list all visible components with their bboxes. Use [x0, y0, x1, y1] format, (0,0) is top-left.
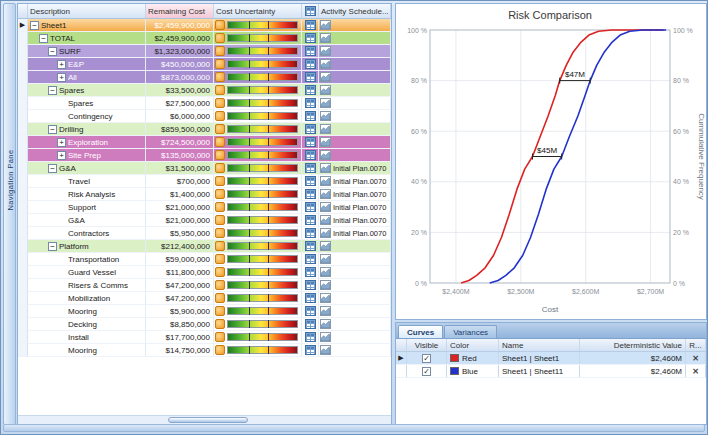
edit-distribution-icon[interactable] [215, 306, 225, 316]
table-row[interactable]: − Spares $33,500,000 [18, 84, 391, 97]
expander-icon[interactable]: − [39, 34, 48, 43]
column-header-name[interactable]: Name [499, 339, 580, 351]
column-header-grid-icon[interactable] [302, 4, 319, 18]
chart-icon[interactable] [320, 137, 331, 147]
table-row[interactable]: − TOTAL $2,459,900,000 [18, 32, 391, 45]
grid-icon[interactable] [305, 98, 316, 108]
uncertainty-gradient-bar[interactable] [227, 346, 298, 354]
edit-distribution-icon[interactable] [215, 124, 225, 134]
table-row[interactable]: − G&A $31,500,000 Initial Plan.0070 [18, 162, 391, 175]
navigation-pane[interactable]: Navigation Pane [3, 3, 16, 425]
uncertainty-gradient-bar[interactable] [227, 320, 298, 328]
table-row[interactable]: Spares $27,500,000 [18, 97, 391, 110]
grid-icon[interactable] [305, 280, 316, 290]
edit-distribution-icon[interactable] [215, 254, 225, 264]
table-row[interactable]: Guard Vessel $11,800,000 [18, 266, 391, 279]
chart-icon[interactable] [320, 20, 331, 30]
chart-icon[interactable] [320, 46, 331, 56]
edit-distribution-icon[interactable] [215, 176, 225, 186]
tab-variances[interactable]: Variances [444, 325, 497, 338]
grid-icon[interactable] [305, 228, 316, 238]
edit-distribution-icon[interactable] [215, 228, 225, 238]
grid-icon[interactable] [305, 319, 316, 329]
table-row[interactable]: Decking $8,850,000 [18, 318, 391, 331]
edit-distribution-icon[interactable] [215, 189, 225, 199]
uncertainty-gradient-bar[interactable] [227, 125, 298, 133]
chart-icon[interactable] [320, 254, 331, 264]
uncertainty-gradient-bar[interactable] [227, 177, 298, 185]
grid-icon[interactable] [305, 59, 316, 69]
remove-curve-button[interactable]: ✕ [692, 367, 699, 376]
table-row[interactable]: − SURF $1,323,000,000 [18, 45, 391, 58]
chart-icon[interactable] [320, 98, 331, 108]
grid-icon[interactable] [305, 254, 316, 264]
edit-distribution-icon[interactable] [215, 137, 225, 147]
edit-distribution-icon[interactable] [215, 163, 225, 173]
table-row[interactable]: Transportation $59,000,000 [18, 253, 391, 266]
curve-row[interactable]: ✓ Blue Sheet1 | Sheet11 $2,460M ✕ [396, 365, 706, 378]
expander-icon[interactable]: − [48, 86, 57, 95]
table-row[interactable]: + E&P $450,000,000 [18, 58, 391, 71]
chart-icon[interactable] [320, 189, 331, 199]
chart-icon[interactable] [320, 215, 331, 225]
grid-icon[interactable] [305, 215, 316, 225]
table-row[interactable]: + Site Prep $135,000,000 [18, 149, 391, 162]
column-header-remaining-cost[interactable]: Remaining Cost [146, 4, 214, 18]
uncertainty-gradient-bar[interactable] [227, 47, 298, 55]
chart-icon[interactable] [320, 306, 331, 316]
table-row[interactable]: ▶ − Sheet1 $2,459,900,000 [18, 19, 391, 32]
grid-icon[interactable] [305, 163, 316, 173]
uncertainty-gradient-bar[interactable] [227, 268, 298, 276]
expander-icon[interactable]: − [48, 47, 57, 56]
uncertainty-gradient-bar[interactable] [227, 73, 298, 81]
uncertainty-gradient-bar[interactable] [227, 281, 298, 289]
table-row[interactable]: Contractors $5,950,000 Initial Plan.0070 [18, 227, 391, 240]
edit-distribution-icon[interactable] [215, 46, 225, 56]
edit-distribution-icon[interactable] [215, 20, 225, 30]
uncertainty-gradient-bar[interactable] [227, 112, 298, 120]
uncertainty-gradient-bar[interactable] [227, 151, 298, 159]
grid-icon[interactable] [305, 176, 316, 186]
grid-icon[interactable] [305, 111, 316, 121]
edit-distribution-icon[interactable] [215, 332, 225, 342]
edit-distribution-icon[interactable] [215, 72, 225, 82]
uncertainty-gradient-bar[interactable] [227, 86, 298, 94]
expander-icon[interactable]: − [48, 242, 57, 251]
edit-distribution-icon[interactable] [215, 33, 225, 43]
grid-icon[interactable] [305, 33, 316, 43]
chart-icon[interactable] [320, 280, 331, 290]
column-header-visible[interactable]: Visible [407, 339, 447, 351]
edit-distribution-icon[interactable] [215, 241, 225, 251]
column-header-cost-uncertainty[interactable]: Cost Uncertainty [214, 4, 302, 18]
visible-checkbox[interactable]: ✓ [422, 354, 431, 363]
grid-icon[interactable] [305, 85, 316, 95]
edit-distribution-icon[interactable] [215, 345, 225, 355]
chart-icon[interactable] [320, 241, 331, 251]
grid-icon[interactable] [305, 202, 316, 212]
uncertainty-gradient-bar[interactable] [227, 294, 298, 302]
grid-horizontal-scrollbar[interactable] [18, 415, 391, 424]
uncertainty-gradient-bar[interactable] [227, 190, 298, 198]
table-row[interactable]: Mobilization $47,200,000 [18, 292, 391, 305]
edit-distribution-icon[interactable] [215, 111, 225, 121]
table-row[interactable]: Travel $700,000 Initial Plan.0070 [18, 175, 391, 188]
table-row[interactable]: G&A $21,000,000 Initial Plan.0070 [18, 214, 391, 227]
chart-icon[interactable] [320, 345, 331, 355]
table-row[interactable]: Contingency $6,000,000 [18, 110, 391, 123]
chart-icon[interactable] [320, 228, 331, 238]
table-row[interactable]: − Drilling $859,500,000 [18, 123, 391, 136]
table-row[interactable]: − Platform $212,400,000 [18, 240, 391, 253]
chart-icon[interactable] [320, 124, 331, 134]
grid-icon[interactable] [305, 267, 316, 277]
edit-distribution-icon[interactable] [215, 150, 225, 160]
edit-distribution-icon[interactable] [215, 98, 225, 108]
chart-icon[interactable] [320, 332, 331, 342]
grid-icon[interactable] [305, 332, 316, 342]
grid-icon[interactable] [305, 137, 316, 147]
table-row[interactable]: Mooring $14,750,000 [18, 344, 391, 357]
uncertainty-gradient-bar[interactable] [227, 21, 298, 29]
grid-icon[interactable] [305, 345, 316, 355]
edit-distribution-icon[interactable] [215, 215, 225, 225]
chart-icon[interactable] [320, 202, 331, 212]
uncertainty-gradient-bar[interactable] [227, 138, 298, 146]
